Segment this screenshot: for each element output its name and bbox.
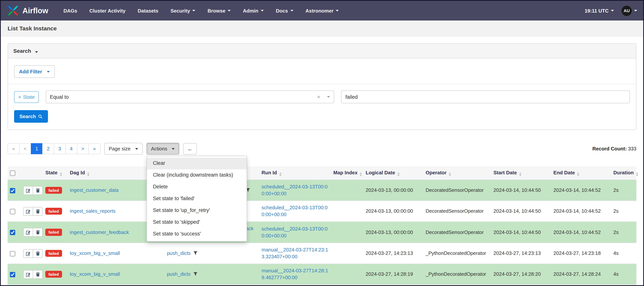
dag-id-cell: toy_xcom_big_v_small	[68, 243, 164, 264]
map-index-cell	[331, 243, 364, 264]
caret-down-icon	[327, 96, 330, 98]
nav-item-admin[interactable]: Admin	[243, 8, 264, 13]
col-header-operator[interactable]: Operator	[424, 166, 491, 180]
dag-id-link[interactable]: toy_xcom_big_v_small	[70, 271, 120, 277]
nav-item-browse[interactable]: Browse	[208, 8, 231, 13]
row-select-cell	[8, 201, 21, 222]
col-header-start-date[interactable]: Start Date	[491, 166, 551, 180]
run-id-cell: scheduled__2024-03-13T00:00:00+00:00	[259, 201, 331, 222]
search-panel-header[interactable]: Search	[8, 44, 636, 58]
row-checkbox[interactable]	[10, 188, 15, 193]
remove-filter-icon[interactable]: ×	[18, 94, 21, 100]
list-toolbar: « < 1 2 3 4 > » Page size Actions Clear	[8, 143, 636, 154]
page-2-button[interactable]: 2	[42, 143, 54, 154]
delete-record-button[interactable]	[33, 228, 43, 237]
nav-item-dags[interactable]: DAGs	[64, 8, 77, 13]
run-id-link[interactable]: scheduled__2024-03-13T00:00:00+00:00	[262, 226, 328, 238]
dag-id-link[interactable]: ingest_customer_feedback	[70, 229, 129, 235]
filter-funnel-icon[interactable]	[193, 271, 197, 278]
map-index-cell	[331, 201, 364, 222]
menu-item-set-skipped[interactable]: Set state to 'skipped'	[147, 216, 246, 228]
dag-id-link[interactable]: ingest_customer_data	[70, 187, 118, 193]
task-id-link[interactable]: push_dicts	[167, 271, 190, 277]
caret-down-icon	[228, 10, 231, 11]
row-checkbox[interactable]	[10, 209, 15, 214]
page-last-button[interactable]: »	[88, 143, 100, 154]
edit-record-button[interactable]	[23, 270, 33, 279]
table-row: failed ingest_customer_data wait_for_new…	[8, 180, 636, 201]
menu-item-set-success[interactable]: Set state to 'success'	[147, 228, 246, 240]
end-date-cell: 2024-03-14, 10:44:52	[551, 222, 611, 243]
delete-record-button[interactable]	[33, 186, 43, 195]
page-next-button[interactable]: >	[77, 143, 89, 154]
edit-record-button[interactable]	[23, 249, 33, 258]
edit-record-button[interactable]	[23, 207, 33, 216]
navbar: Airflow DAGs Cluster Activity Datasets S…	[1, 1, 643, 20]
col-header-logical-date[interactable]: Logical Date	[364, 166, 424, 180]
sort-icon	[87, 172, 90, 176]
menu-item-clear[interactable]: Clear	[147, 158, 246, 169]
page-size-button[interactable]: Page size	[104, 143, 142, 154]
map-index-cell	[331, 222, 364, 243]
select-all-checkbox[interactable]	[10, 171, 15, 176]
nav-item-security[interactable]: Security	[170, 8, 196, 13]
run-id-cell: manual__2024-03-27T14:28:19.462777+00:00	[259, 264, 331, 285]
delete-record-button[interactable]	[33, 249, 43, 258]
run-id-link[interactable]: manual__2024-03-27T14:23:13.323407+00:00	[262, 247, 328, 259]
dag-id-link[interactable]: ingest_sales_reports	[70, 208, 116, 214]
col-header-map-index[interactable]: Map Index	[331, 166, 364, 180]
delete-record-button[interactable]	[33, 207, 43, 216]
page-4-button[interactable]: 4	[65, 143, 77, 154]
sort-icon	[636, 172, 638, 176]
row-actions-cell	[21, 201, 43, 222]
filter-value-input[interactable]	[341, 90, 630, 103]
start-date-cell: 2024-03-14, 10:44:50	[491, 180, 551, 201]
nav-item-datasets[interactable]: Datasets	[138, 8, 158, 13]
caret-down-icon	[634, 10, 637, 11]
nav-item-cluster-activity[interactable]: Cluster Activity	[90, 8, 126, 13]
col-header-run-id[interactable]: Run Id	[259, 166, 331, 180]
brand[interactable]: Airflow	[7, 4, 48, 17]
menu-item-set-up-for-retry[interactable]: Set state to 'up_for_retry'	[147, 205, 246, 216]
row-checkbox[interactable]	[10, 272, 15, 277]
col-header-state[interactable]: State	[43, 166, 68, 180]
condition-select[interactable]: Equal to ×	[46, 90, 334, 103]
task-id-link[interactable]: push_dicts	[167, 250, 190, 256]
delete-record-button[interactable]	[33, 270, 43, 279]
col-header-end-date[interactable]: End Date	[551, 166, 611, 180]
navbar-right: 19:11 UTC AU	[584, 5, 637, 16]
dag-id-link[interactable]: toy_xcom_big_v_small	[70, 250, 120, 256]
page-3-button[interactable]: 3	[54, 143, 66, 154]
edit-record-button[interactable]	[23, 228, 33, 237]
caret-down-icon	[336, 10, 339, 11]
trash-icon	[35, 209, 40, 214]
nav-item-docs[interactable]: Docs	[276, 8, 293, 13]
run-id-link[interactable]: scheduled__2024-03-13T00:00:00+00:00	[262, 184, 328, 196]
filter-funnel-icon[interactable]	[193, 250, 197, 257]
run-id-cell: scheduled__2024-03-13T00:00:00+00:00	[259, 180, 331, 201]
edit-record-button[interactable]	[23, 186, 33, 195]
utc-clock-menu[interactable]: 19:11 UTC	[584, 8, 614, 13]
user-menu[interactable]: AU	[622, 5, 637, 16]
actions-button[interactable]: Actions	[146, 143, 179, 154]
page-1-button[interactable]: 1	[31, 143, 43, 154]
col-header-duration[interactable]: Duration	[611, 166, 636, 180]
run-id-link[interactable]: scheduled__2024-03-13T00:00:00+00:00	[262, 205, 328, 217]
menu-item-set-failed[interactable]: Set state to 'failed'	[147, 193, 246, 205]
back-button[interactable]: ←	[183, 143, 197, 154]
run-id-link[interactable]: manual__2024-03-27T14:28:19.462777+00:00	[262, 268, 328, 280]
row-checkbox[interactable]	[10, 251, 15, 256]
trash-icon	[35, 230, 40, 235]
row-checkbox[interactable]	[10, 230, 15, 235]
start-date-cell: 2024-03-27, 14:28:20	[491, 264, 551, 285]
filter-chip-state[interactable]: × State	[14, 91, 39, 103]
state-badge: failed	[46, 229, 62, 236]
start-date-cell: 2024-03-14, 10:44:50	[491, 222, 551, 243]
menu-item-delete[interactable]: Delete	[147, 181, 246, 193]
nav-item-astronomer[interactable]: Astronomer	[306, 8, 339, 13]
search-button[interactable]: Search	[14, 110, 48, 123]
add-filter-button[interactable]: Add Filter	[14, 65, 54, 78]
menu-item-clear-downstream[interactable]: Clear (including downstream tasks)	[147, 169, 246, 181]
clear-selection-icon[interactable]: ×	[317, 94, 320, 100]
row-select-cell	[8, 222, 21, 243]
